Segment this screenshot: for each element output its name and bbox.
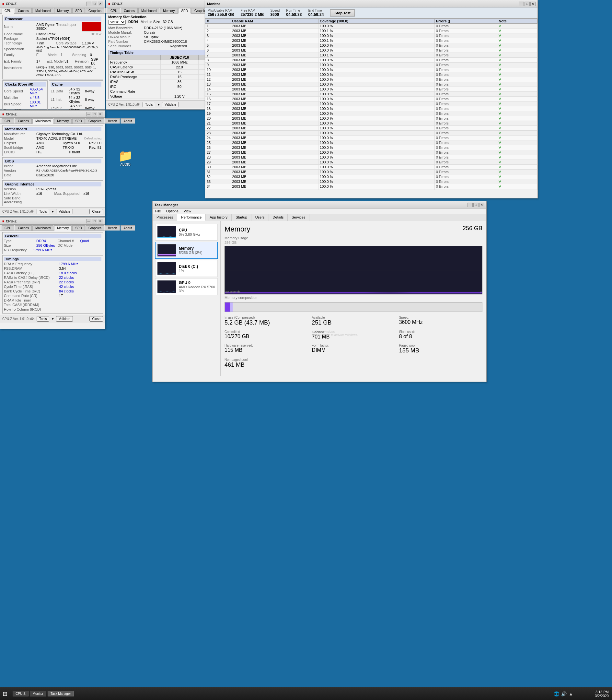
tm-tab-performance[interactable]: Performance	[177, 214, 206, 221]
cpuz2-tools-btn[interactable]: Tools	[142, 102, 155, 107]
cpuz3-close-btn[interactable]: Close	[89, 209, 103, 214]
monitor-cell: 100.0 %	[319, 67, 435, 72]
taskbar-app3[interactable]: Task Manager	[47, 691, 74, 697]
cpuz4-validate-btn[interactable]: Validate	[56, 316, 72, 322]
taskbar-app2[interactable]: Monitor	[30, 691, 46, 697]
tm-tab-startup[interactable]: Startup	[232, 214, 251, 221]
tab-spd3[interactable]: SPD	[72, 118, 85, 123]
monitor-table-row: 312003 MB100.0 %0 ErrorsV	[205, 170, 538, 174]
taskbar-clock: 3:18 PM 3/2/2020	[595, 690, 609, 698]
tm-sidebar-cpu[interactable]: CPU 0% 3.80 GHz	[155, 224, 218, 241]
tab-caches4[interactable]: Caches	[15, 225, 32, 230]
tab-cpu2[interactable]: CPU	[108, 8, 120, 13]
monitor-close[interactable]: ✕	[530, 2, 536, 6]
monitor-table-row: 62003 MB100.0 %0 ErrorsV	[205, 48, 538, 53]
monitor-minimize[interactable]: —	[519, 2, 524, 6]
tm-maximize[interactable]: □	[473, 203, 478, 207]
tab-graphics4[interactable]: Graphics	[85, 225, 104, 230]
tab-mainboard3[interactable]: Mainboard	[32, 118, 54, 124]
taskbar-system-icons: 🌐 🔊 ▲	[554, 691, 573, 697]
tab-spd2[interactable]: SPD	[178, 8, 191, 14]
tm-sidebar-disk[interactable]: Disk 0 (C:) 1%	[155, 260, 218, 277]
tab-bench4[interactable]: Bench	[105, 225, 120, 230]
speed-value: 3600	[270, 12, 280, 17]
cpuz3-close[interactable]: ✕	[98, 112, 103, 117]
cpuz4-close-btn[interactable]: Close	[89, 316, 103, 322]
tab-cpu1[interactable]: CPU	[2, 8, 14, 14]
monitor-cell-errors: 0 Errors	[434, 82, 497, 87]
stop-test-button[interactable]: Stop Test	[330, 10, 354, 16]
tm-menu-view[interactable]: View	[184, 209, 192, 213]
tab-caches3[interactable]: Caches	[15, 118, 32, 123]
tab-caches2[interactable]: Caches	[121, 8, 138, 13]
tab-memory4[interactable]: Memory	[54, 225, 72, 231]
slot-dropdown[interactable]: Slot #1	[108, 20, 126, 25]
monitor-cell-errors: 0 Errors	[434, 72, 497, 77]
monitor-cell: 100.0 %	[319, 131, 435, 136]
tab-graphics1[interactable]: Graphics	[85, 8, 104, 13]
tab-graphics3[interactable]: Graphics	[85, 118, 104, 123]
tab-memory2[interactable]: Memory	[160, 8, 178, 13]
monitor-maximize[interactable]: □	[525, 2, 530, 6]
start-button[interactable]: ⊞	[3, 690, 8, 697]
tab-spd1[interactable]: SPD	[72, 8, 85, 13]
monitor-cell: 100.0 %	[319, 136, 435, 140]
cpuz2-validate-btn[interactable]: Validate	[162, 102, 179, 107]
tm-tab-services[interactable]: Services	[288, 214, 309, 221]
cpuz3-maximize[interactable]: □	[92, 112, 97, 117]
cpuz4-maximize[interactable]: □	[92, 219, 97, 224]
tab-spd4[interactable]: SPD	[72, 225, 85, 230]
cpuz3-validate-btn[interactable]: Validate	[56, 209, 72, 214]
col-header-1: JEDEC #16	[161, 55, 198, 60]
monitor-cell-errors: 0 Errors	[434, 145, 497, 150]
tm-minimize[interactable]: —	[468, 203, 473, 207]
monitor-cell: 2003 MB	[231, 24, 318, 28]
tab-memory1[interactable]: Memory	[54, 8, 72, 13]
tab-cpu4[interactable]: CPU	[2, 225, 14, 230]
monitor-cell-note: V	[497, 92, 538, 97]
cpuz1-minimize[interactable]: —	[86, 2, 92, 6]
monitor-cell: 2003 MB	[231, 170, 318, 174]
cpuz3-icon: ■	[2, 112, 4, 116]
tm-sidebar-memory[interactable]: Memory 5/256 GB (2%)	[155, 242, 218, 259]
stat-cached: Cached Activate WindowsGo to Settings to…	[312, 330, 395, 340]
cpuz1-maximize[interactable]: □	[92, 2, 97, 6]
cpuz3-minimize[interactable]: —	[86, 112, 92, 117]
monitor-cell: 2003 MB	[231, 145, 318, 150]
taskbar-app1[interactable]: CPU-Z	[13, 691, 28, 697]
tab-mainboard1[interactable]: Mainboard	[32, 8, 54, 13]
cpuz4-close[interactable]: ✕	[98, 219, 103, 224]
tab-caches1[interactable]: Caches	[15, 8, 32, 13]
tm-tab-details[interactable]: Details	[269, 214, 288, 221]
cpuz1-close[interactable]: ✕	[98, 2, 103, 6]
tm-tab-users[interactable]: Users	[251, 214, 269, 221]
tab-mainboard4[interactable]: Mainboard	[32, 225, 54, 230]
tm-menu-options[interactable]: Options	[166, 209, 179, 213]
revision-value: SSP-B0	[91, 57, 101, 65]
audio-desktop-icon[interactable]: 📁 AUDIO	[116, 149, 135, 166]
monitor-cell: 2003 MB	[231, 140, 318, 145]
tab-mainboard2[interactable]: Mainboard	[138, 8, 159, 13]
tm-menu-file[interactable]: File	[155, 209, 161, 213]
monitor-cell: 100.0 %	[319, 97, 435, 102]
mb-lpcio-label: LPCIO	[4, 150, 36, 154]
tab-cpu3[interactable]: CPU	[2, 118, 14, 123]
monitor-cell-note: V	[497, 150, 538, 155]
monitor-cell: 100.0 %	[319, 63, 435, 67]
cpuz3-tools-btn[interactable]: Tools	[37, 209, 49, 214]
tab-memory3[interactable]: Memory	[54, 118, 72, 123]
cpuz4-minimize[interactable]: —	[86, 219, 92, 224]
tm-tab-processes[interactable]: Processes	[153, 214, 177, 221]
proc-name-value: AMD Ryzen Threadripper 3990X	[36, 23, 81, 30]
monitor-cell-errors: 0 Errors	[434, 33, 497, 38]
monitor-cell: 100.0 %	[319, 121, 435, 126]
tab-about4[interactable]: About	[121, 225, 135, 230]
tm-tab-apphistory[interactable]: App history	[206, 214, 232, 221]
voltage-value: 1.104 V	[82, 41, 102, 45]
monitor-table-container[interactable]: # Usable RAM Coverage (100.0) Errors () …	[205, 18, 538, 190]
monitor-cell: 100.0 %	[319, 24, 435, 28]
monitor-cell-errors: 0 Errors	[434, 174, 497, 179]
tm-close[interactable]: ✕	[479, 203, 484, 207]
tm-sidebar-gpu[interactable]: GPU 0 AMD Radeon RX 5700 3%	[155, 278, 218, 295]
cpuz4-tools-btn[interactable]: Tools	[37, 316, 49, 322]
